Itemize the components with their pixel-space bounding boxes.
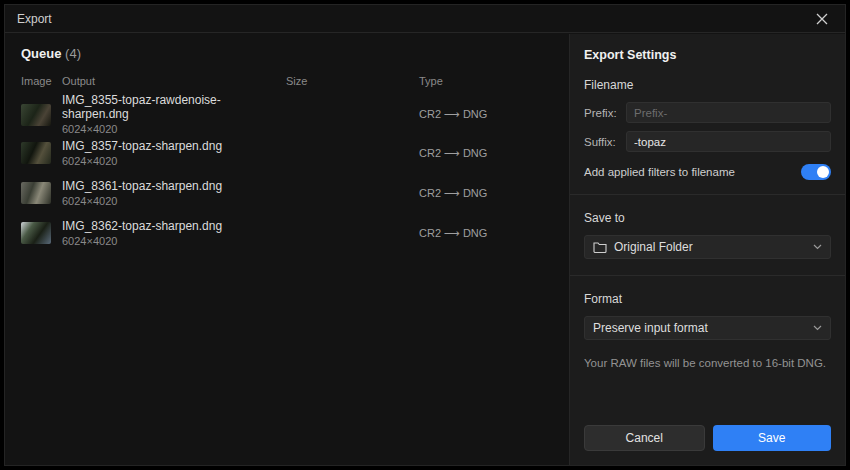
dialog-actions: Cancel Save [584, 425, 831, 451]
file-type: CR2 ⟶ DNG [419, 187, 558, 200]
chevron-down-icon [813, 244, 822, 250]
file-name: IMG_8355-topaz-rawdenoise-sharpen.dng [62, 93, 286, 121]
filters-toggle-label: Add applied filters to filename [584, 166, 801, 178]
file-output-cell: IMG_8362-topaz-sharpen.dng 6024×4020 [62, 219, 286, 248]
file-thumbnail [21, 182, 51, 204]
file-dimensions: 6024×4020 [62, 122, 286, 136]
column-type: Type [419, 75, 558, 87]
save-to-value: Original Folder [614, 240, 813, 254]
save-button[interactable]: Save [713, 425, 832, 451]
queue-title-text: Queue [21, 46, 61, 61]
column-image: Image [21, 75, 62, 87]
file-dimensions: 6024×4020 [62, 194, 286, 208]
dialog-title: Export [17, 12, 52, 26]
file-output-cell: IMG_8361-topaz-sharpen.dng 6024×4020 [62, 179, 286, 208]
file-name: IMG_8357-topaz-sharpen.dng [62, 139, 286, 153]
file-thumbnail [21, 222, 51, 244]
format-dropdown[interactable]: Preserve input format [584, 316, 831, 340]
prefix-input[interactable] [626, 102, 831, 123]
save-to-dropdown[interactable]: Original Folder [584, 235, 831, 259]
file-dimensions: 6024×4020 [62, 154, 286, 168]
divider [570, 275, 845, 276]
toggle-knob [817, 166, 829, 178]
file-thumbnail [21, 142, 51, 164]
file-name: IMG_8361-topaz-sharpen.dng [62, 179, 286, 193]
queue-column-headers: Image Output Size Type [21, 75, 558, 87]
filters-toggle[interactable] [801, 164, 831, 180]
format-section-label: Format [584, 292, 831, 306]
file-thumbnail [21, 104, 51, 126]
file-name: IMG_8362-topaz-sharpen.dng [62, 219, 286, 233]
cancel-button[interactable]: Cancel [584, 425, 705, 451]
format-value: Preserve input format [593, 321, 813, 335]
chevron-down-icon [813, 325, 822, 331]
queue-row[interactable]: IMG_8362-topaz-sharpen.dng 6024×4020 CR2… [21, 213, 558, 253]
file-type: CR2 ⟶ DNG [419, 147, 558, 160]
close-icon [816, 13, 828, 25]
file-dimensions: 6024×4020 [62, 234, 286, 248]
save-to-section-label: Save to [584, 211, 831, 225]
suffix-label: Suffix: [584, 136, 626, 148]
queue-row[interactable]: IMG_8357-topaz-sharpen.dng 6024×4020 CR2… [21, 133, 558, 173]
prefix-label: Prefix: [584, 107, 626, 119]
suffix-input[interactable] [626, 131, 831, 152]
folder-icon [593, 241, 607, 253]
column-size: Size [286, 75, 419, 87]
queue-count: (4) [65, 46, 81, 61]
file-output-cell: IMG_8357-topaz-sharpen.dng 6024×4020 [62, 139, 286, 168]
file-type: CR2 ⟶ DNG [419, 108, 558, 121]
filters-toggle-row: Add applied filters to filename [584, 164, 831, 180]
queue-row[interactable]: IMG_8355-topaz-rawdenoise-sharpen.dng 60… [21, 93, 558, 133]
format-note: Your RAW files will be converted to 16-b… [584, 356, 831, 371]
settings-title: Export Settings [584, 48, 831, 62]
queue-rows: IMG_8355-topaz-rawdenoise-sharpen.dng 60… [17, 93, 558, 253]
close-button[interactable] [811, 8, 833, 30]
divider [570, 194, 845, 195]
file-output-cell: IMG_8355-topaz-rawdenoise-sharpen.dng 60… [62, 93, 286, 136]
prefix-row: Prefix: [584, 102, 831, 123]
export-dialog: Export Queue (4) Image Output Size Type … [4, 4, 846, 466]
export-settings-panel: Export Settings Filename Prefix: Suffix:… [569, 34, 845, 465]
column-output: Output [62, 75, 286, 87]
suffix-row: Suffix: [584, 131, 831, 152]
queue-title: Queue (4) [21, 46, 558, 61]
queue-row[interactable]: IMG_8361-topaz-sharpen.dng 6024×4020 CR2… [21, 173, 558, 213]
queue-panel: Queue (4) Image Output Size Type IMG_835… [5, 34, 570, 465]
dialog-titlebar: Export [5, 5, 845, 33]
file-type: CR2 ⟶ DNG [419, 227, 558, 240]
filename-section-label: Filename [584, 78, 831, 92]
